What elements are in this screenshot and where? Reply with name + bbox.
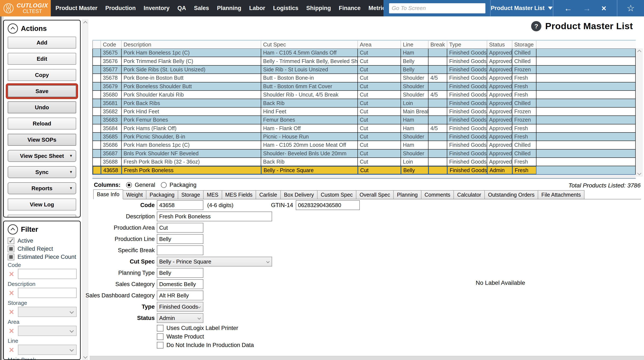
clear-filter-icon[interactable]: × [7,327,16,335]
table-row[interactable]: 43658Fresh Pork BonelessBelly - Prince S… [92,166,636,175]
checkbox-icon[interactable] [157,342,164,349]
tab-planning[interactable]: Planning [393,190,421,199]
clear-filter-icon[interactable]: × [7,289,16,297]
undo-button[interactable]: Undo [8,101,76,113]
tab-mes-fields[interactable]: MES Fields [222,190,256,199]
scroll-up-icon[interactable] [637,50,642,54]
tab-overall-spec[interactable]: Overall Spec [356,190,394,199]
column-header-description[interactable]: Description [122,41,261,48]
bottom-scrollbar[interactable] [90,356,644,360]
tab-mes[interactable]: MES [203,190,222,199]
clear-filter-icon[interactable]: × [7,346,16,354]
left-panel-scrollbar[interactable] [82,19,88,360]
form-check-waste-product[interactable]: Waste Product [157,333,457,340]
tab-base-info[interactable]: Base Info [93,189,123,199]
menu-item-qa[interactable]: QA [178,5,186,11]
filter-description-input[interactable] [18,288,76,298]
menu-item-logistics[interactable]: Logistics [273,5,298,11]
menu-item-product-master[interactable]: Product Master [56,5,98,11]
filter-storage-select[interactable] [18,307,76,317]
code-field[interactable]: 43658 [157,200,203,210]
production-area-field[interactable]: Cut [157,223,203,233]
menu-item-finance[interactable]: Finance [339,5,360,11]
columns-radio-packaging[interactable] [161,182,167,188]
collapse-actions-icon[interactable] [8,23,18,34]
description-field[interactable]: Fresh Pork Boneless [157,211,272,221]
table-row[interactable]: 35687Bnls Pork Shoulder NF BeveledShould… [92,150,636,158]
export-button[interactable]: Export [8,215,76,217]
checkbox-icon[interactable] [157,325,164,332]
form-check-uses-cutlogix-label-printer[interactable]: Uses CutLogix Label Printer [157,325,457,332]
column-header-cut_spec[interactable]: Cut Spec [261,41,358,48]
collapse-filter-icon[interactable] [8,224,18,234]
menu-item-planning[interactable]: Planning [217,5,241,11]
favorite-star-icon[interactable]: ☆ [627,4,635,13]
specific-break-field[interactable] [157,245,203,255]
table-row[interactable]: 35683Pork Femur BonesFemur BonesCutHamFi… [92,116,636,124]
menu-item-shipping[interactable]: Shipping [306,5,331,11]
table-row[interactable]: 35686Pork Ham Boneless 1pc (C)Ham - C105… [92,141,636,149]
save-button[interactable]: Save [8,85,76,97]
clear-filter-icon[interactable]: × [7,308,16,316]
reports-button[interactable]: Reports▼ [8,182,76,194]
tab-file-attachments[interactable]: File Attachments [538,190,584,199]
column-header-sel[interactable] [93,41,101,48]
type-select[interactable]: Finished Goods [157,302,203,312]
table-row[interactable]: 35678Pork Bone-in Boston ButtButt - Bost… [92,74,636,82]
column-header-area[interactable]: Area [358,41,401,48]
tab-comments[interactable]: Comments [421,190,454,199]
checkbox-icon[interactable] [157,333,164,340]
add-button[interactable]: Add [8,37,76,49]
menu-item-inventory[interactable]: Inventory [144,5,170,11]
column-header-line[interactable]: Line [401,41,428,48]
scroll-down-icon[interactable] [637,171,642,175]
copy-button[interactable]: Copy [8,69,76,81]
menu-item-production[interactable]: Production [106,5,136,11]
table-row[interactable]: 35688Fresh Pork Back Rib (32 - 36oz)Back… [92,158,636,166]
table-row[interactable]: 35677Pork Side Ribs (St. Louis Unsized)S… [92,66,636,74]
column-header-status[interactable]: Status [487,41,512,48]
column-header-trail[interactable] [536,41,636,48]
planning-type-field[interactable]: Belly [157,268,203,278]
back-icon[interactable]: ← [564,4,572,12]
column-header-type[interactable]: Type [447,41,487,48]
table-row[interactable]: 35680Pork Shoulder Karubi RibShoulder Ri… [92,91,636,99]
tab-custom-spec[interactable]: Custom Spec [317,190,356,199]
column-header-code[interactable]: Code [101,41,122,48]
table-row[interactable]: 35681Pork Back RibsBack RibCutLoinFinish… [92,99,636,107]
grid-scrollbar[interactable] [636,49,642,176]
edit-button[interactable]: Edit [8,53,76,65]
scroll-down-icon[interactable] [83,355,88,359]
scroll-up-icon[interactable] [83,21,88,25]
reload-button[interactable]: Reload [8,118,76,130]
tab-weight[interactable]: Weight [123,190,146,199]
sync-button[interactable]: Sync▼ [8,166,76,178]
table-row[interactable]: 35676Pork Trimmed Flank Belly (C)Belly -… [92,57,636,65]
forward-icon[interactable]: → [583,4,591,12]
table-row[interactable]: 35684Pork Hams (Flank Off)Ham - Flank Of… [92,124,636,133]
checkbox-icon[interactable] [8,237,14,244]
filter-check-chilled-reject[interactable]: Chilled Reject [8,246,76,252]
tab-calculator[interactable]: Calculator [454,190,485,199]
status-select[interactable]: Admin [157,313,203,323]
checkbox-icon[interactable] [8,254,14,260]
screen-selector-dropdown[interactable]: Product Master List [490,0,553,16]
tab-packaging[interactable]: Packaging [146,190,178,199]
table-row[interactable]: 35682Pork Hind FeetHind FeetCutMain Brea… [92,108,636,116]
table-row[interactable]: 35679Pork Boneless Shoulder ButtButt - B… [92,82,636,91]
view-log-button[interactable]: View Log [8,198,76,210]
filter-line-select[interactable] [18,345,76,355]
columns-radio-general[interactable] [126,182,132,188]
column-header-break[interactable]: Break [428,41,447,48]
filter-area-select[interactable] [18,326,76,336]
table-row[interactable]: 35685Pork Picnic Shoulder, B-inPicnic - … [92,133,636,141]
checkbox-icon[interactable] [8,246,14,252]
close-icon[interactable]: × [602,4,606,12]
help-icon[interactable]: ? [531,21,541,31]
view-spec-sheet-button[interactable]: View Spec Sheet▼ [8,150,76,162]
view-sops-button[interactable]: View SOPs [8,134,76,146]
tab-outstanding-orders[interactable]: Outstanding Orders [484,190,538,199]
column-header-storage[interactable]: Storage [512,41,536,48]
gtin-field[interactable]: 06283290436580 [296,200,360,210]
tab-carlisle[interactable]: Carlisle [256,190,280,199]
